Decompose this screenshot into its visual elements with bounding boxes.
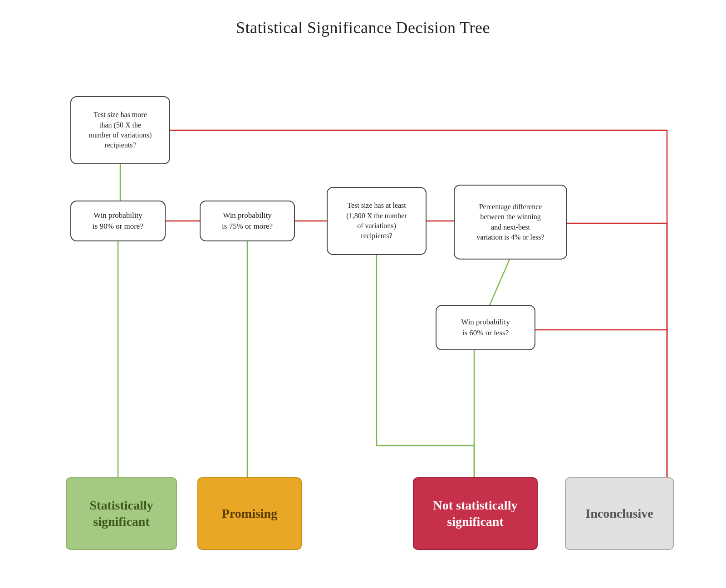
page-title: Statistical Significance Decision Tree xyxy=(236,18,490,37)
node-test-size: Test size has more than (50 X the number… xyxy=(70,96,170,164)
outcome-promising: Promising xyxy=(197,477,302,550)
node-win-prob-75: Win probability is 75% or more? xyxy=(200,201,295,241)
outcome-inconclusive-label: Inconclusive xyxy=(585,505,653,522)
outcome-not-significant: Not statistically significant xyxy=(413,477,538,550)
outcome-inconclusive: Inconclusive xyxy=(565,477,674,550)
node-test-size-1800-label: Test size has at least (1,800 X the numb… xyxy=(346,201,407,241)
node-win-prob-60-label: Win probability is 60% or less? xyxy=(461,317,510,338)
node-win-prob-75-label: Win probability is 75% or more? xyxy=(222,210,273,232)
node-win-prob-90-label: Win probability is 90% or more? xyxy=(93,210,143,232)
node-pct-diff: Percentage difference between the winnin… xyxy=(454,185,567,260)
outcome-not-significant-label: Not statistically significant xyxy=(433,497,518,530)
node-win-prob-60: Win probability is 60% or less? xyxy=(436,305,535,350)
outcome-statistically-label: Statistically significant xyxy=(90,497,153,530)
node-test-size-1800: Test size has at least (1,800 X the numb… xyxy=(327,187,427,255)
svg-line-7 xyxy=(488,257,510,309)
diagram-container: Test size has more than (50 X the number… xyxy=(45,51,681,573)
outcome-promising-label: Promising xyxy=(222,505,277,522)
node-test-size-label: Test size has more than (50 X the number… xyxy=(89,110,152,151)
outcome-statistically-significant: Statistically significant xyxy=(66,477,177,550)
node-pct-diff-label: Percentage difference between the winnin… xyxy=(476,202,544,243)
node-win-prob-90: Win probability is 90% or more? xyxy=(70,201,166,241)
